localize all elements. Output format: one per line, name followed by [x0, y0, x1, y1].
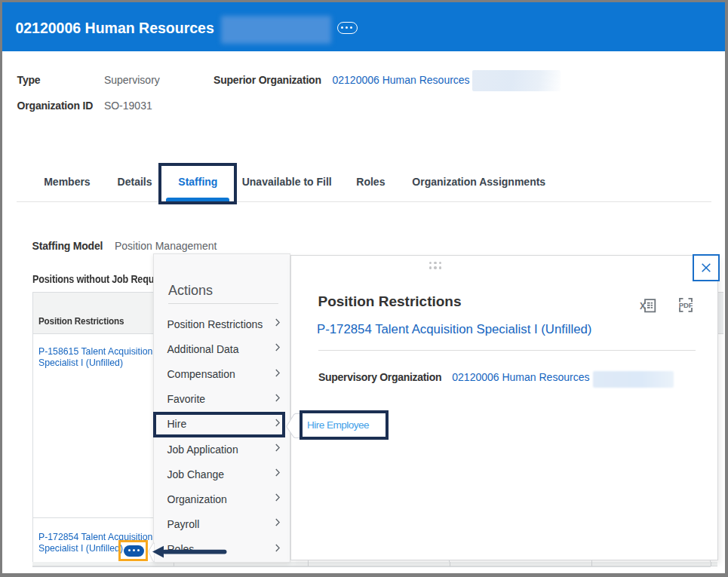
svg-text:X: X — [640, 301, 646, 312]
svg-text:PDF: PDF — [679, 301, 693, 309]
